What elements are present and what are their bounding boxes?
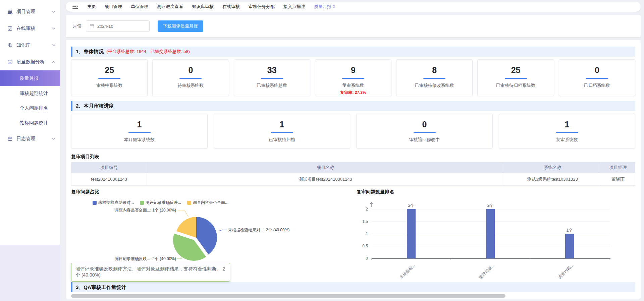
stat-underline bbox=[505, 78, 527, 79]
y-tick: 0 bbox=[366, 256, 368, 261]
stat-label: 已审核待修改系统数 bbox=[396, 82, 472, 88]
tab-knowledge-review[interactable]: 知识库审核 bbox=[192, 4, 214, 10]
bar-survey-complete[interactable] bbox=[565, 234, 574, 259]
pie-chart-svg: 调查内容是否全面...: 1个 (20.00%) 未根据检查结果对...: 2个… bbox=[71, 206, 299, 264]
y-tick: 2 bbox=[366, 207, 368, 212]
tab-unit-management[interactable]: 单位管理 bbox=[131, 4, 148, 10]
section-header-qa-workload: 3、QA审核工作量统计 bbox=[71, 282, 635, 292]
stat-label: 已归档系统数 bbox=[559, 82, 635, 88]
collapse-menu-icon[interactable] bbox=[72, 4, 78, 9]
top-tab-bar: 主页 项目管理 单位管理 测评进度查看 知识库审核 在线审核 审核任务分配 接入… bbox=[66, 2, 641, 12]
bar-chart-svg: 0 0.5 1 1.5 2 2个 2个 1个 未根据 bbox=[357, 198, 618, 282]
y-tick: 0.5 bbox=[362, 244, 368, 248]
section-title: 3、QA审核工作量统计 bbox=[76, 284, 126, 291]
pie-label-line bbox=[178, 210, 189, 217]
stat-value: 25 bbox=[478, 65, 553, 75]
re-review-table: 项目编号 项目名称 系统名称 项目经理 test202410301243 测试项… bbox=[71, 162, 635, 186]
section-header-overall: 1、整体情况 (平台系统总数: 1944 已提交系统总数: 58) bbox=[71, 47, 635, 57]
stat-label: 已审核系统总数 bbox=[234, 82, 310, 88]
sidebar-item-project-management[interactable]: 项目管理 bbox=[0, 3, 60, 20]
stat-value: 8 bbox=[396, 65, 472, 75]
download-report-button[interactable]: 下载测评质量月报 bbox=[158, 20, 203, 32]
x-axis-ticks bbox=[372, 258, 609, 260]
legend-swatch-icon bbox=[187, 201, 191, 205]
sidebar-subitem-label: 质量月报 bbox=[20, 75, 39, 81]
section-title: 1、整体情况 bbox=[76, 49, 104, 55]
stat-value: 33 bbox=[234, 65, 310, 75]
charts-row: 复审问题占比 未根据检查结果对... 测评记录准确反映... 调查内容是否全面.… bbox=[71, 188, 635, 280]
legend-item-0[interactable]: 未根据检查结果对... bbox=[93, 200, 134, 205]
tab-online-review[interactable]: 在线审核 bbox=[222, 4, 240, 10]
month-label: 月份 bbox=[72, 23, 82, 29]
legend-swatch-icon bbox=[140, 201, 144, 205]
stat-card-reviewed-to-archive: 25已审核待归档系统数 bbox=[477, 59, 554, 96]
sidebar-subitem-review-overdue-stats[interactable]: 审核超期统计 bbox=[0, 86, 60, 101]
stat-label: 待审核系统数 bbox=[153, 82, 228, 88]
col-header-project-id: 项目编号 bbox=[71, 162, 147, 173]
tab-quality-monthly-report-active[interactable]: 质量月报 X bbox=[314, 4, 335, 10]
bar-not-per-check[interactable] bbox=[407, 209, 416, 258]
tab-review-task-assignment[interactable]: 审核任务分配 bbox=[249, 4, 275, 10]
sidebar-item-log-management[interactable]: 日志管理 bbox=[0, 130, 60, 147]
x-category-label: 测评记录... bbox=[478, 263, 495, 280]
sidebar-subitem-label: 指标问题统计 bbox=[20, 120, 48, 126]
y-tick: 1.5 bbox=[362, 219, 368, 224]
x-category-label: 调查内容... bbox=[557, 263, 574, 280]
section-header-monthly-progress: 2、本月审核进度 bbox=[71, 101, 635, 111]
cell-system-name: 测试3级系统test10301323 bbox=[504, 173, 601, 185]
legend-label: 调查内容是否全面... bbox=[193, 200, 228, 205]
sidebar: 项目管理 在线审核 知识库 质量数据分析 质量月报 审核超期统计 bbox=[0, 0, 60, 301]
col-header-project-name: 项目名称 bbox=[147, 162, 504, 173]
legend-item-1[interactable]: 测评记录准确反映... bbox=[140, 200, 181, 205]
bar-record-accurate[interactable] bbox=[486, 209, 495, 258]
sidebar-item-online-review[interactable]: 在线审核 bbox=[0, 20, 60, 37]
horizontal-scrollbar bbox=[71, 294, 635, 298]
cell-project-manager: 董晓雨 bbox=[601, 173, 635, 185]
edit-icon bbox=[7, 26, 13, 32]
pie-label-not-per-check: 未根据检查结果对...: 2个 (40.00%) bbox=[228, 228, 289, 232]
stat-card-reviewed-total: 33已审核系统总数 bbox=[234, 59, 310, 96]
pie-legend: 未根据检查结果对... 测评记录准确反映... 调查内容是否全面... bbox=[93, 200, 357, 205]
stat-card-submitted-this-month: 1本月提审系统数 bbox=[71, 114, 208, 148]
sidebar-subitem-label: 个人问题排名 bbox=[20, 105, 48, 111]
monthly-progress-cards: 1本月提审系统数 1已审核待归档 0审核退回修改中 1复审系统数 bbox=[71, 114, 635, 148]
bar-value-label: 1个 bbox=[567, 228, 573, 233]
stat-label: 复审系统数 bbox=[315, 82, 391, 88]
sidebar-subitem-quality-monthly-report[interactable]: 质量月报 bbox=[0, 70, 60, 86]
tab-evaluation-progress[interactable]: 测评进度查看 bbox=[157, 4, 183, 10]
sidebar-item-label: 知识库 bbox=[16, 42, 52, 48]
stat-value: 9 bbox=[315, 65, 391, 75]
sidebar-item-knowledge-base[interactable]: 知识库 bbox=[0, 37, 60, 54]
sidebar-item-quality-data-analysis[interactable]: 质量数据分析 bbox=[0, 54, 60, 70]
sidebar-subitem-personal-issue-ranking[interactable]: 个人问题排名 bbox=[0, 101, 60, 116]
table-header-row: 项目编号 项目名称 系统名称 项目经理 bbox=[71, 162, 635, 173]
sidebar-subitem-indicator-issue-stats[interactable]: 指标问题统计 bbox=[0, 116, 60, 130]
tab-access-point-description[interactable]: 接入点描述 bbox=[283, 4, 305, 10]
overall-stat-cards: 25审核中系统数 0待审核系统数 33已审核系统总数 9复审系统数复审率: 27… bbox=[71, 59, 635, 96]
legend-item-2[interactable]: 调查内容是否全面... bbox=[187, 200, 228, 205]
stat-value: 1 bbox=[214, 120, 350, 129]
chevron-down-icon bbox=[52, 11, 55, 13]
section-note-totals: (平台系统总数: 1944 已提交系统总数: 58) bbox=[106, 49, 190, 55]
chart-doc-icon bbox=[7, 59, 13, 65]
chevron-down-icon bbox=[52, 27, 55, 29]
re-review-table-title: 复审项目列表 bbox=[71, 154, 635, 160]
chevron-down-icon bbox=[52, 138, 55, 140]
table-row[interactable]: test202410301243 测试项目test202410301243 测试… bbox=[71, 173, 635, 185]
tab-home[interactable]: 主页 bbox=[87, 4, 96, 10]
pie-slice-2[interactable] bbox=[176, 217, 196, 238]
tab-project-management[interactable]: 项目管理 bbox=[105, 4, 122, 10]
col-header-system-name: 系统名称 bbox=[504, 162, 601, 173]
stat-label: 复审系统数 bbox=[499, 137, 635, 143]
re-review-issue-ratio-chart: 复审问题占比 未根据检查结果对... 测评记录准确反映... 调查内容是否全面.… bbox=[71, 188, 357, 280]
pie-label-record-accurate: 测评记录准确反映...: 2个 (40.00%) bbox=[114, 256, 176, 261]
stat-underline bbox=[261, 78, 283, 79]
scrollbar-thumb[interactable] bbox=[71, 294, 505, 298]
re-review-issue-ranking-chart: 复审问题数量排名 0 0.5 1 1.5 2 bbox=[357, 188, 635, 280]
x-category-label: 未根据检... bbox=[399, 263, 416, 280]
month-picker[interactable] bbox=[86, 20, 150, 32]
calendar-log-icon bbox=[7, 136, 13, 142]
stat-underline bbox=[179, 78, 202, 79]
report-content: 1、整体情况 (平台系统总数: 1944 已提交系统总数: 58) 25审核中系… bbox=[66, 40, 641, 299]
month-input[interactable] bbox=[97, 23, 146, 29]
